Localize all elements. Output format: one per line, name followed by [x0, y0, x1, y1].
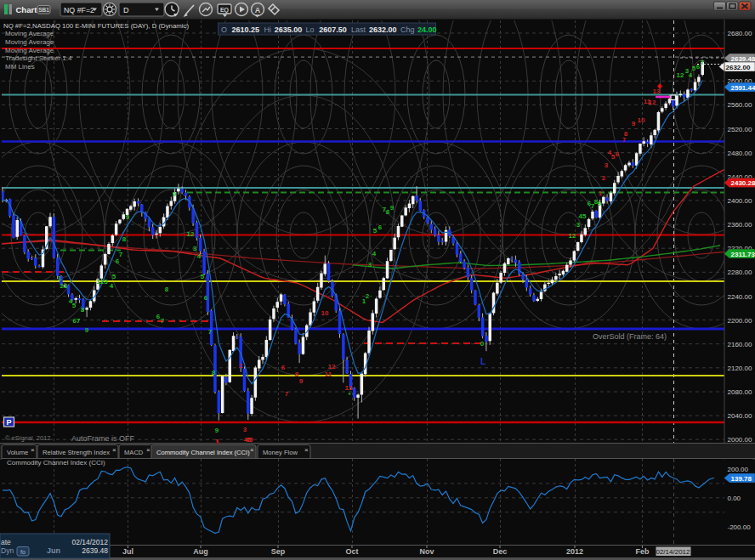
svg-text:×: × — [250, 446, 254, 454]
svg-text:2: 2 — [602, 174, 606, 182]
svg-text:D: D — [123, 6, 129, 14]
svg-text:8: 8 — [165, 286, 169, 293]
svg-text:9: 9 — [632, 120, 636, 127]
svg-text:12: 12 — [569, 232, 576, 240]
svg-text:9: 9 — [85, 326, 89, 334]
svg-text:0.00: 0.00 — [728, 495, 741, 502]
svg-text:3: 3 — [243, 426, 247, 433]
svg-text:6: 6 — [378, 223, 383, 231]
svg-text:2639.48: 2639.48 — [731, 55, 755, 63]
svg-text:123: 123 — [96, 278, 108, 286]
svg-text:2400.00: 2400.00 — [728, 197, 752, 205]
svg-text:4: 4 — [689, 71, 693, 79]
svg-text:0: 0 — [480, 340, 485, 348]
svg-text:5: 5 — [201, 273, 205, 280]
svg-text:Hi: Hi — [264, 25, 272, 34]
svg-text:200.00: 200.00 — [728, 466, 749, 473]
svg-text:Tradesight Seeker 1:4: Tradesight Seeker 1:4 — [5, 54, 72, 62]
svg-text:8: 8 — [212, 369, 216, 376]
svg-text:AutoFrame is OFF: AutoFrame is OFF — [71, 434, 135, 443]
svg-text:3: 3 — [605, 161, 609, 169]
svg-text:Chg: Chg — [400, 25, 415, 34]
svg-text:12: 12 — [328, 363, 336, 371]
svg-text:7: 7 — [208, 328, 213, 336]
svg-text:Last: Last — [351, 25, 366, 34]
svg-text:2000.00: 2000.00 — [728, 436, 752, 444]
svg-text:67: 67 — [73, 317, 81, 325]
svg-text:10: 10 — [638, 116, 645, 124]
svg-text:4: 4 — [110, 282, 114, 290]
svg-text:02/14/2012: 02/14/2012 — [71, 538, 108, 546]
svg-text:Money Flow: Money Flow — [263, 449, 298, 456]
svg-text:2480.00: 2480.00 — [728, 150, 752, 157]
svg-text:EQ: EQ — [220, 7, 230, 14]
svg-text:2: 2 — [239, 362, 243, 370]
svg-text:11: 11 — [325, 371, 332, 378]
svg-text:139.78: 139.78 — [731, 475, 752, 483]
svg-text:8: 8 — [81, 306, 85, 314]
svg-text:9: 9 — [173, 190, 177, 198]
svg-text:5: 5 — [373, 227, 378, 235]
svg-text:2311.73: 2311.73 — [731, 251, 755, 258]
svg-text:2012: 2012 — [566, 547, 583, 556]
svg-text:×: × — [304, 446, 309, 454]
svg-text:2: 2 — [366, 292, 370, 300]
svg-text:2430.28: 2430.28 — [731, 179, 755, 187]
svg-text:1: 1 — [599, 189, 603, 197]
svg-text:2520.00: 2520.00 — [728, 126, 752, 133]
svg-text:Moving Average: Moving Average — [5, 38, 54, 46]
svg-text:1: 1 — [58, 274, 62, 282]
svg-text:Nov: Nov — [419, 547, 434, 556]
svg-text:×: × — [146, 446, 150, 454]
svg-text:Moving Average: Moving Average — [5, 30, 54, 37]
svg-text:45: 45 — [579, 212, 587, 220]
svg-text:6: 6 — [281, 364, 286, 371]
svg-text:P: P — [6, 418, 11, 427]
svg-text:2610.25: 2610.25 — [232, 25, 260, 34]
svg-text:OverSold (Frame: 64): OverSold (Frame: 64) — [593, 332, 667, 341]
svg-text:-200.00: -200.00 — [728, 523, 752, 531]
svg-text:5: 5 — [72, 302, 77, 309]
svg-text:10: 10 — [321, 309, 329, 317]
svg-text:4: 4 — [197, 252, 202, 260]
svg-text:Feb: Feb — [635, 547, 650, 556]
svg-text:2080.00: 2080.00 — [728, 388, 752, 396]
svg-text:8: 8 — [122, 235, 127, 243]
svg-text:Volume: Volume — [7, 449, 28, 456]
svg-text:Commodity Channel Index (CCI): Commodity Channel Index (CCI) — [7, 459, 105, 467]
svg-text:2160.00: 2160.00 — [728, 341, 752, 348]
svg-text:13: 13 — [653, 88, 661, 95]
svg-text:×: × — [31, 446, 35, 454]
svg-text:Dec: Dec — [493, 547, 508, 556]
svg-text:4: 4 — [372, 250, 377, 257]
svg-text:23: 23 — [60, 282, 68, 290]
svg-text:7: 7 — [119, 251, 123, 258]
svg-text:12: 12 — [649, 99, 656, 106]
svg-text:7: 7 — [285, 390, 289, 398]
svg-text:2632.00: 2632.00 — [369, 25, 397, 34]
svg-text:Sep: Sep — [271, 547, 286, 556]
svg-text:9: 9 — [598, 200, 602, 207]
svg-text:12: 12 — [677, 71, 684, 79]
svg-text:9: 9 — [299, 377, 304, 385]
svg-text:NQ #F=2: NQ #F=2 — [64, 6, 94, 14]
svg-text:Relative Strength Index: Relative Strength Index — [43, 449, 110, 456]
svg-text:1: 1 — [216, 438, 220, 445]
svg-text:L: L — [480, 357, 485, 366]
svg-text:8: 8 — [624, 130, 628, 138]
svg-text:7: 7 — [701, 59, 705, 66]
svg-text:3: 3 — [368, 261, 372, 269]
svg-text:6: 6 — [204, 294, 208, 302]
svg-text:2200.00: 2200.00 — [728, 317, 752, 325]
svg-text:Aug: Aug — [193, 547, 208, 556]
svg-text:13: 13 — [345, 384, 353, 392]
svg-text:5: 5 — [112, 273, 116, 280]
svg-text:6: 6 — [116, 257, 120, 265]
svg-text:SB1: SB1 — [38, 7, 49, 13]
svg-text:24.00: 24.00 — [417, 25, 437, 34]
svg-text:2639.48: 2639.48 — [82, 546, 108, 555]
svg-text:O: O — [221, 25, 227, 34]
svg-text:2632.00: 2632.00 — [726, 64, 751, 71]
svg-text:Oct: Oct — [345, 547, 358, 556]
svg-text:2040.00: 2040.00 — [728, 412, 752, 420]
